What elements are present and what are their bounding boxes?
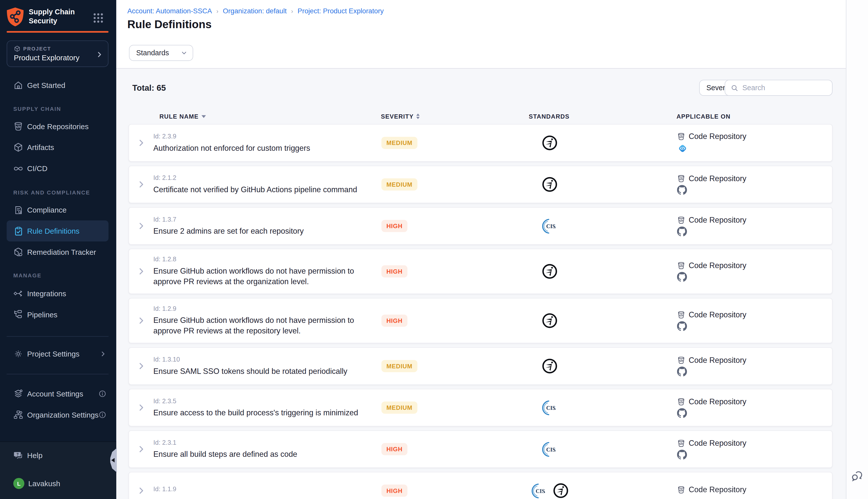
- severity-badge: MEDIUM: [382, 137, 418, 149]
- row-expand-chevron[interactable]: [129, 362, 153, 370]
- user-menu[interactable]: L Lavakush: [0, 473, 116, 494]
- applicable-on-label: Code Repository: [689, 261, 746, 270]
- row-expand-chevron[interactable]: [129, 180, 153, 189]
- sidebar-item-artifacts[interactable]: Artifacts: [0, 137, 116, 158]
- table-row[interactable]: Id: 2.3.1 Ensure all build steps are def…: [128, 430, 833, 468]
- row-expand-chevron[interactable]: [129, 316, 153, 325]
- rule-id: Id: 2.3.9: [153, 133, 378, 139]
- standards-cell: [478, 263, 622, 280]
- table-row[interactable]: Id: 1.2.9 Ensure GitHub action workflows…: [128, 298, 833, 343]
- info-icon[interactable]: [98, 390, 106, 398]
- gear-icon: [13, 349, 23, 359]
- column-header-rule-name[interactable]: RULE NAME: [153, 113, 377, 120]
- row-expand-chevron[interactable]: [129, 403, 153, 412]
- table-row[interactable]: Id: 2.1.2 Certificate not verified by Gi…: [128, 166, 833, 203]
- svg-text:CIS: CIS: [546, 446, 555, 452]
- severity-badge: HIGH: [382, 315, 408, 327]
- applicable-icon-slot: [677, 185, 832, 195]
- sidebar-item-label: Code Repositories: [27, 122, 89, 130]
- owasp-standard-icon: [542, 263, 558, 280]
- severity-badge: HIGH: [382, 265, 408, 277]
- column-label: APPLICABLE ON: [677, 113, 730, 120]
- row-expand-chevron[interactable]: [129, 222, 153, 230]
- pipelines-icon: [13, 309, 23, 320]
- rule-name: Ensure SAML SSO tokens should be rotated…: [153, 366, 370, 376]
- bucket-slot: [677, 261, 685, 269]
- owasp-standard-icon: [542, 358, 558, 374]
- sidebar-item-label: Artifacts: [27, 143, 54, 151]
- table-row[interactable]: Id: 1.1.9 HIGH CIS Code Repository: [128, 472, 833, 499]
- bucket-slot: [677, 397, 685, 405]
- row-expand-chevron[interactable]: [129, 486, 153, 495]
- code-repository-icon: [677, 174, 685, 182]
- owasp-standard-icon: [542, 135, 558, 151]
- breadcrumb-organization-link[interactable]: Organization: default: [223, 7, 287, 15]
- project-label: PROJECT: [23, 46, 51, 51]
- code-repository-icon: [677, 439, 685, 447]
- sidebar-item-get-started[interactable]: Get Started: [0, 75, 116, 96]
- project-selector[interactable]: PROJECT Product Exploratory: [7, 40, 109, 67]
- cis-standard-icon: CIS: [541, 399, 558, 416]
- rule-name: Ensure GitHub action workflows do not ha…: [153, 315, 370, 336]
- rule-id: Id: 1.2.9: [153, 305, 378, 312]
- github-icon: [677, 185, 687, 195]
- code-repository-icon: [677, 485, 685, 494]
- sidebar-item-remediation-tracker[interactable]: Remediation Tracker: [0, 242, 116, 263]
- applicable-on-label: Code Repository: [689, 310, 746, 319]
- bucket-slot: [677, 485, 685, 494]
- bucket-slot: [677, 356, 685, 364]
- code-repository-icon: [677, 356, 685, 364]
- table-row[interactable]: Id: 2.3.9 Authorization not enforced for…: [128, 124, 833, 162]
- owasp-standard-icon: [542, 312, 558, 329]
- sidebar-item-rule-definitions[interactable]: Rule Definitions: [7, 220, 109, 242]
- avatar: L: [13, 478, 24, 489]
- sidebar-footer: ? Help L Lavakush: [0, 441, 116, 499]
- app-title-line1: Supply Chain: [29, 8, 75, 16]
- info-icon[interactable]: [98, 411, 106, 418]
- rule-name: Ensure all build steps are defined as co…: [153, 449, 370, 459]
- harness-code-repo-icon: [677, 143, 688, 154]
- bucket-slot: [677, 216, 685, 224]
- row-expand-chevron[interactable]: [129, 138, 153, 147]
- breadcrumb-account-link[interactable]: Account: Automation-SSCA: [127, 7, 212, 15]
- row-expand-chevron[interactable]: [129, 445, 153, 453]
- sidebar-item-account-settings[interactable]: Account Settings: [0, 383, 116, 404]
- column-header-severity[interactable]: SEVERITY: [377, 113, 477, 120]
- sidebar-item-organization-settings[interactable]: Organization Settings: [0, 404, 116, 425]
- sidebar-item-code-repositories[interactable]: Code Repositories: [0, 116, 116, 137]
- sidebar-item-project-settings[interactable]: Project Settings: [0, 343, 116, 365]
- sidebar-item-integrations[interactable]: Integrations: [0, 283, 116, 304]
- table-row[interactable]: Id: 2.3.5 Ensure access to the build pro…: [128, 389, 833, 426]
- owasp-standard-icon: [542, 176, 558, 193]
- table-row[interactable]: Id: 1.2.8 Ensure GitHub action workflows…: [128, 249, 833, 294]
- sidebar-item-help[interactable]: ? Help: [0, 445, 116, 466]
- table-row[interactable]: Id: 1.3.7 Ensure 2 admins are set for ea…: [128, 207, 833, 245]
- help-chat-icon: ?: [13, 450, 23, 460]
- applicable-icon-slot: [677, 227, 832, 236]
- row-expand-chevron[interactable]: [129, 267, 153, 276]
- artifacts-cube-icon: [13, 142, 23, 152]
- sidebar-item-cicd[interactable]: CI/CD: [0, 158, 116, 179]
- table-row[interactable]: Id: 1.3.10 Ensure SAML SSO tokens should…: [128, 347, 833, 385]
- chat-bubbles-icon[interactable]: [850, 470, 864, 485]
- sidebar-item-pipelines[interactable]: Pipelines: [0, 304, 116, 325]
- standards-cell: [478, 176, 622, 193]
- sidebar-item-compliance[interactable]: Compliance: [0, 199, 116, 220]
- standards-filter-label: Standards: [136, 49, 169, 57]
- sidebar-section-manage: MANAGE: [13, 272, 42, 278]
- breadcrumb: Account: Automation-SSCA › Organization:…: [127, 7, 384, 15]
- app-switcher-grid-icon[interactable]: [93, 13, 103, 26]
- sidebar-item-label: Account Settings: [27, 390, 83, 398]
- rule-id: Id: 2.3.1: [153, 439, 378, 446]
- standards-filter-dropdown[interactable]: Standards: [129, 45, 194, 61]
- breadcrumb-project-link[interactable]: Project: Product Exploratory: [298, 7, 384, 15]
- app-logo: Supply Chain Security: [5, 7, 75, 27]
- chevron-right-icon: [96, 50, 103, 61]
- chevron-right-icon: [100, 351, 106, 357]
- search-input[interactable]: [742, 84, 826, 92]
- sidebar-item-label: Compliance: [27, 206, 66, 214]
- applicable-on-label: Code Repository: [689, 397, 746, 406]
- rule-id: Id: 1.1.9: [153, 486, 378, 492]
- standards-cell: CIS: [478, 482, 622, 499]
- column-label: STANDARDS: [529, 113, 569, 120]
